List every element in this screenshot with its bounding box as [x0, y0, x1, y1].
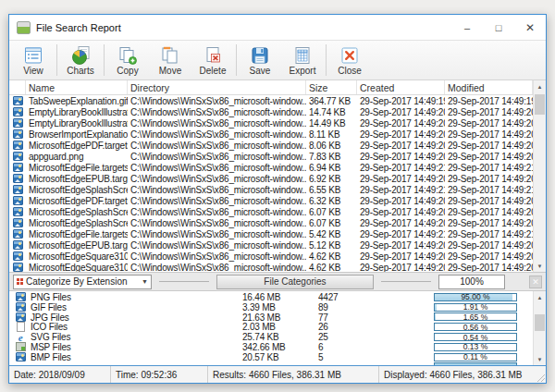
file-modified: 29-Sep-2017 14:49:21	[445, 185, 533, 195]
table-row[interactable]: MicrosoftEdgeSquare310x31...C:\Windows\W…	[9, 262, 533, 272]
table-row[interactable]: MicrosoftEdgeFile.targetsize...C:\Window…	[9, 162, 533, 173]
category-grid-icon	[17, 278, 23, 285]
title-bar: File Search Report – □ ✕	[9, 15, 546, 40]
category-count: 4427	[318, 292, 434, 302]
scroll-down-icon[interactable]	[534, 260, 546, 272]
export-button[interactable]: Export	[281, 41, 324, 80]
table-row[interactable]: MicrosoftEdgeSplashScreen....C:\Windows\…	[9, 217, 533, 228]
category-row[interactable]: ICO Files2.03 MB260.56 %	[9, 322, 533, 332]
table-row[interactable]: MicrosoftEdgeFile.targetsize...C:\Window…	[9, 228, 533, 239]
category-row[interactable]: PNG Files16.46 MB442795.00 %	[9, 292, 533, 302]
delete-button[interactable]: Delete	[191, 41, 234, 80]
category-panel-close-icon[interactable]: ✕	[529, 276, 542, 288]
scroll-down-icon[interactable]	[534, 353, 546, 365]
category-label: ICO Files	[28, 322, 242, 332]
file-created: 29-Sep-2017 14:49:20	[357, 251, 445, 262]
category-size: 342.66 MB	[242, 342, 318, 352]
scrollbar-thumb[interactable]	[535, 314, 545, 331]
file-name: MicrosoftEdgeFile.targetsize...	[26, 229, 128, 239]
table-row[interactable]: MicrosoftEdgeEPUB.targetsiz...C:\Windows…	[9, 239, 533, 251]
table-row[interactable]: MicrosoftEdgeSquare310x31...C:\Windows\W…	[9, 251, 533, 262]
status-bar: Date: 2018/09/09 Time: 09:52:36 Results:…	[9, 365, 546, 383]
percent-total-box[interactable]: 100%	[438, 275, 505, 289]
scroll-up-icon[interactable]	[534, 80, 546, 92]
table-row[interactable]: EmptyLibraryBookIllustratio...C:\Windows…	[9, 106, 533, 117]
table-row[interactable]: MicrosoftEdgePDF.targetsize...C:\Windows…	[9, 140, 533, 151]
size-column-header[interactable]: Size	[306, 80, 357, 94]
category-row[interactable]: MSP Files342.66 MB60.13 %	[9, 342, 533, 352]
category-size: 25.74 KB	[242, 332, 318, 342]
image-file-icon	[16, 352, 26, 361]
file-name: BrowserImportExplanation.p...	[26, 129, 128, 140]
category-row[interactable]: JPG Files21.63 MB771.65 %	[9, 312, 533, 323]
file-size: 14.74 KB	[306, 107, 357, 117]
maximize-button[interactable]: □	[483, 15, 514, 40]
image-file-icon	[13, 96, 23, 105]
category-table: PNG Files16.46 MB442795.00 %GIF Files3.3…	[9, 291, 546, 365]
close-icon	[339, 45, 360, 66]
category-percent-bar: 0.54 %	[434, 333, 517, 341]
file-size: 4.62 KB	[306, 251, 357, 262]
table-row[interactable]: EmptyLibraryBookIllustratio...C:\Windows…	[9, 117, 533, 129]
scroll-up-icon[interactable]	[534, 291, 546, 303]
table-row[interactable]: BrowserImportExplanation.p...C:\Windows\…	[9, 129, 533, 140]
file-modified: 29-Sep-2017 14:49:20	[445, 251, 533, 262]
created-column-header[interactable]: Created	[357, 80, 445, 94]
category-size: 20.57 KB	[242, 352, 318, 362]
file-name: MicrosoftEdgeSquare310x31...	[26, 251, 128, 262]
file-modified: 29-Sep-2017 14:49:20	[445, 152, 533, 162]
categorize-dropdown[interactable]: Categorize By Extension ▼	[13, 275, 152, 289]
file-categories-button[interactable]: File Categories	[216, 275, 374, 289]
category-row[interactable]: BMP Files20.57 KB50.11 %	[9, 352, 533, 362]
file-directory: C:\Windows\WinSxS\x86_microsoft-window..…	[128, 207, 306, 217]
table-row[interactable]: MicrosoftEdgeSplashScreen....C:\Windows\…	[9, 206, 533, 217]
file-size: 8.06 KB	[306, 141, 357, 151]
category-label: JPG Files	[28, 312, 242, 323]
table-row[interactable]: TabSweepExplanation.gifC:\Windows\WinSxS…	[9, 95, 533, 106]
file-modified: 29-Sep-2017 14:49:20	[445, 174, 533, 184]
close-button[interactable]: Close	[328, 41, 371, 80]
image-file-icon	[13, 251, 23, 261]
file-directory: C:\Windows\WinSxS\x86_microsoft-window..…	[128, 118, 306, 129]
directory-column-header[interactable]: Directory	[128, 80, 306, 94]
file-directory: C:\Windows\WinSxS\x86_microsoft-window..…	[128, 229, 306, 239]
scrollbar-thumb[interactable]	[535, 94, 545, 115]
browser-file-icon: e	[18, 333, 23, 342]
file-size: 6.07 KB	[306, 218, 357, 228]
charts-button[interactable]: Charts	[59, 41, 102, 80]
installer-file-icon	[16, 342, 26, 351]
category-count: 77	[318, 312, 434, 323]
category-table-scrollbar[interactable]	[533, 291, 546, 365]
icon-column-header	[9, 80, 26, 94]
name-column-header[interactable]: Name	[26, 80, 128, 94]
file-size: 364.77 KB	[306, 96, 357, 106]
file-directory: C:\Windows\WinSxS\x86_microsoft-window..…	[128, 196, 306, 206]
move-button[interactable]: Move	[149, 41, 191, 80]
file-created: 29-Sep-2017 14:49:20	[357, 207, 445, 217]
minimize-button[interactable]: –	[451, 15, 483, 40]
file-name: MicrosoftEdgeEPUB.targetsiz...	[26, 174, 128, 184]
category-percent-bar: 1.91 %	[434, 303, 517, 312]
table-row[interactable]: MicrosoftEdgeSplashScreen....C:\Windows\…	[9, 184, 533, 195]
category-bar: Categorize By Extension ▼ File Categorie…	[9, 273, 546, 291]
file-modified: 29-Sep-2017 14:49:20	[445, 118, 533, 129]
table-row[interactable]: appguard.pngC:\Windows\WinSxS\x86_micros…	[9, 151, 533, 162]
view-button[interactable]: View	[12, 41, 55, 80]
save-button-label: Save	[250, 67, 271, 76]
image-file-icon	[13, 185, 23, 194]
copy-button[interactable]: Copy	[106, 41, 149, 80]
table-row[interactable]: MicrosoftEdgeEPUB.targetsiz...C:\Windows…	[9, 173, 533, 184]
percent-bar-label: 1.91 %	[435, 304, 516, 311]
close-window-button[interactable]: ✕	[514, 15, 546, 40]
category-row[interactable]: eSVG Files25.74 KB250.54 %	[9, 332, 533, 342]
save-button[interactable]: Save	[239, 41, 281, 80]
category-count: 25	[318, 332, 434, 342]
table-row[interactable]: MicrosoftEdgePDF.targetsize...C:\Windows…	[9, 195, 533, 206]
file-created: 29-Sep-2017 14:49:20	[357, 263, 445, 273]
file-name: MicrosoftEdgeSplashScreen....	[26, 207, 128, 217]
category-size: 21.63 MB	[242, 312, 318, 323]
modified-column-header[interactable]: Modified	[445, 80, 533, 94]
file-search-report-window: File Search Report – □ ✕ View Charts Cop…	[8, 14, 547, 384]
file-table-scrollbar[interactable]	[533, 80, 546, 272]
category-row[interactable]: GIF Files3.39 MB891.91 %	[9, 302, 533, 312]
